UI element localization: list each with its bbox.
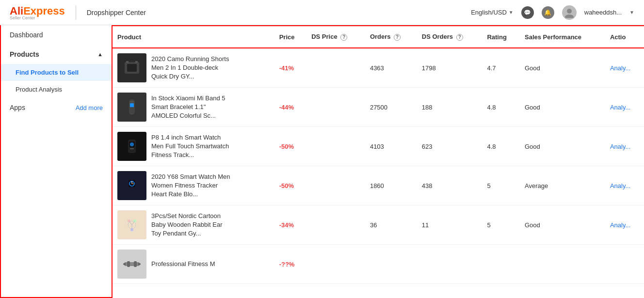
col-rating: Rating xyxy=(482,26,520,48)
product-name-0: 2020 Camo Running Shorts Men 2 In 1 Doub… xyxy=(151,55,234,81)
price-cell-5: -??% xyxy=(274,245,306,284)
sales-performance-cell-4: Good xyxy=(520,205,605,245)
logo: AliExpress Seller Center xyxy=(10,5,65,20)
sidebar-apps-section: Apps Add more xyxy=(1,98,112,117)
col-orders: Orders ? xyxy=(365,26,417,48)
products-label: Products xyxy=(10,50,39,58)
sidebar-item-product-analysis[interactable]: Product Analysis xyxy=(1,81,112,98)
ds-price-cell-5 xyxy=(306,245,365,284)
notification-icon[interactable]: 🔔 xyxy=(542,6,554,19)
col-ds-price: DS Price ? xyxy=(306,26,365,48)
chevron-down-icon: ▼ xyxy=(509,10,514,15)
discount-badge-0: -41% xyxy=(279,64,294,72)
rating-cell-0: 4.7 xyxy=(482,48,520,88)
orders-cell-0: 4363 xyxy=(365,48,417,88)
svg-rect-29 xyxy=(134,261,137,267)
logo-ali: Ali xyxy=(10,5,23,17)
product-name-4: 3Pcs/Set Nordic Cartoon Baby Wooden Rabb… xyxy=(151,212,234,238)
ds-price-info-icon[interactable]: ? xyxy=(340,34,347,41)
language-label: English/USD xyxy=(471,9,507,16)
svg-rect-26 xyxy=(123,263,126,265)
find-products-label: Find Products to Sell xyxy=(16,69,79,76)
action-cell-1[interactable]: Analy... xyxy=(605,88,644,127)
discount-badge-1: -44% xyxy=(279,104,294,111)
product-cell-0: 2020 Camo Running Shorts Men 2 In 1 Doub… xyxy=(113,48,274,88)
product-thumbnail-1 xyxy=(117,93,146,122)
col-action: Actio xyxy=(605,26,644,48)
ds-price-cell-1 xyxy=(306,88,365,127)
product-analysis-label: Product Analysis xyxy=(16,86,62,93)
logo-express: Express xyxy=(23,5,65,17)
svg-rect-3 xyxy=(127,64,137,72)
analyze-link-2[interactable]: Analy... xyxy=(610,143,630,150)
orders-cell-1: 27500 xyxy=(365,88,417,127)
svg-rect-7 xyxy=(130,103,134,107)
sidebar-section-products[interactable]: Products ▲ xyxy=(1,45,112,64)
message-icon[interactable]: 💬 xyxy=(521,6,534,19)
action-cell-3[interactable]: Analy... xyxy=(605,166,644,205)
table-row: Professional Fitness M -??% xyxy=(113,245,644,284)
rating-cell-4: 5 xyxy=(482,205,520,245)
user-chevron-icon: ▼ xyxy=(629,10,634,15)
ds-orders-info-icon[interactable]: ? xyxy=(456,34,463,41)
ds-orders-cell-3: 438 xyxy=(417,166,483,205)
action-cell-4[interactable]: Analy... xyxy=(605,205,644,245)
product-thumbnail-4 xyxy=(117,210,146,239)
product-cell-3: 2020 Y68 Smart Watch Men Women Fitness T… xyxy=(113,166,274,205)
discount-badge-3: -50% xyxy=(279,182,294,189)
col-ds-orders: DS Orders ? xyxy=(417,26,483,48)
header-title: Dropshipper Center xyxy=(87,9,146,16)
products-chevron-icon: ▲ xyxy=(97,51,103,57)
dashboard-label: Dashboard xyxy=(10,31,43,39)
svg-rect-28 xyxy=(127,261,130,267)
price-cell-4: -34% xyxy=(274,205,306,245)
orders-cell-3: 1860 xyxy=(365,166,417,205)
discount-badge-2: -50% xyxy=(279,143,294,150)
action-cell-5[interactable] xyxy=(605,245,644,284)
language-selector[interactable]: English/USD ▼ xyxy=(471,9,514,16)
action-cell-2[interactable]: Analy... xyxy=(605,127,644,166)
ds-price-cell-2 xyxy=(306,127,365,166)
svg-point-11 xyxy=(130,142,134,146)
table-row: 2020 Camo Running Shorts Men 2 In 1 Doub… xyxy=(113,48,644,88)
sales-performance-cell-0: Good xyxy=(520,48,605,88)
table-row: In Stock Xiaomi Mi Band 5 Smart Bracelet… xyxy=(113,88,644,127)
apps-label: Apps xyxy=(10,104,25,111)
svg-point-0 xyxy=(567,9,572,14)
ds-price-cell-0 xyxy=(306,48,365,88)
analyze-link-0[interactable]: Analy... xyxy=(610,64,630,72)
product-thumbnail-0 xyxy=(117,53,146,82)
header: AliExpress Seller Center Dropshipper Cen… xyxy=(0,0,644,25)
main-layout: Dashboard Products ▲ Find Products to Se… xyxy=(0,25,644,298)
sidebar-item-find-products[interactable]: Find Products to Sell xyxy=(1,64,112,81)
table-header-row: Product Price DS Price ? Orders ? DS Ord xyxy=(113,26,644,48)
analyze-link-4[interactable]: Analy... xyxy=(610,221,630,229)
price-cell-0: -41% xyxy=(274,48,306,88)
analyze-link-1[interactable]: Analy... xyxy=(610,104,630,111)
svg-rect-25 xyxy=(124,262,140,266)
sidebar-item-dashboard[interactable]: Dashboard xyxy=(1,25,112,45)
sales-performance-cell-2: Good xyxy=(520,127,605,166)
main-content: Product Price DS Price ? Orders ? DS Ord xyxy=(113,25,644,298)
ds-orders-cell-5 xyxy=(417,245,483,284)
ds-orders-cell-0: 1798 xyxy=(417,48,483,88)
product-name-1: In Stock Xiaomi Mi Band 5 Smart Bracelet… xyxy=(151,94,234,121)
action-cell-0[interactable]: Analy... xyxy=(605,48,644,88)
orders-info-icon[interactable]: ? xyxy=(394,34,401,41)
ds-price-cell-4 xyxy=(306,205,365,245)
username-label[interactable]: waheeddsh... xyxy=(584,9,622,16)
ds-orders-cell-1: 188 xyxy=(417,88,483,127)
svg-rect-5 xyxy=(135,61,138,63)
analyze-link-3[interactable]: Analy... xyxy=(610,182,630,189)
product-name-5: Professional Fitness M xyxy=(151,260,215,268)
price-cell-1: -44% xyxy=(274,88,306,127)
col-price: Price xyxy=(274,26,306,48)
add-more-button[interactable]: Add more xyxy=(76,104,103,111)
svg-rect-4 xyxy=(126,61,129,63)
product-name-2: P8 1.4 inch Smart Watch Men Full Touch S… xyxy=(151,133,234,160)
sales-performance-cell-3: Average xyxy=(520,166,605,205)
products-table: Product Price DS Price ? Orders ? DS Ord xyxy=(113,25,644,284)
product-name-3: 2020 Y68 Smart Watch Men Women Fitness T… xyxy=(151,173,234,199)
svg-rect-27 xyxy=(138,263,141,265)
ds-price-cell-3 xyxy=(306,166,365,205)
